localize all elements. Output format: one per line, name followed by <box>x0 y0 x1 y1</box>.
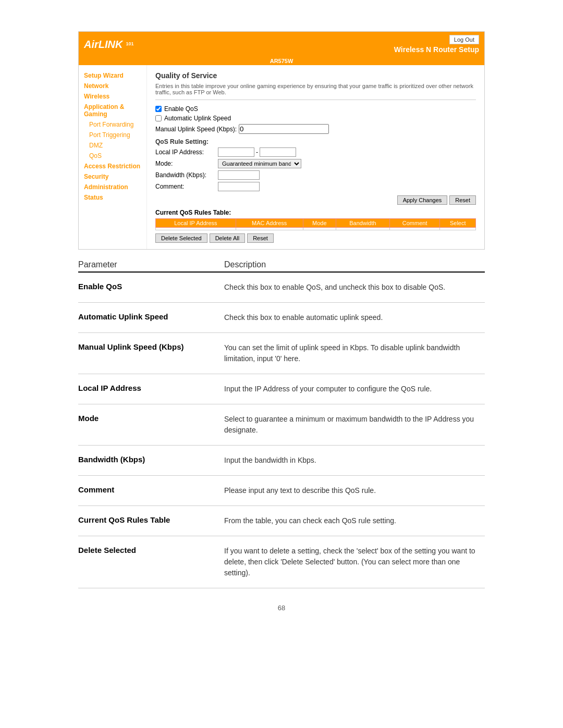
page-number: 68 <box>0 604 563 612</box>
param-name-local-ip: Local IP Address <box>78 384 224 392</box>
param-desc-auto-uplink: Check this box to enable automatic uplin… <box>224 312 485 323</box>
sidebar-item-qos[interactable]: QoS <box>79 151 146 161</box>
param-desc-enable-qos: Check this box to enable QoS, and unchec… <box>224 282 485 293</box>
param-col-header-description: Description <box>224 260 485 269</box>
main-content: Quality of Service Entries in this table… <box>146 65 484 249</box>
table-header-select: Select <box>440 219 476 228</box>
param-desc-delete-selected: If you want to delete a setting, check t… <box>224 546 485 578</box>
sidebar-item-access-restriction[interactable]: Access Restriction <box>79 161 146 171</box>
logo-101: 101 <box>126 41 134 46</box>
local-ip-input[interactable] <box>218 147 254 157</box>
comment-input[interactable] <box>218 182 260 191</box>
router-body: Setup Wizard Network Wireless Applicatio… <box>79 65 484 249</box>
param-col-header-parameter: Parameter <box>78 260 224 269</box>
sidebar-item-dmz[interactable]: DMZ <box>79 140 146 151</box>
param-section: Parameter Description Enable QoS Check t… <box>78 260 485 588</box>
delete-all-button[interactable]: Delete All <box>210 233 245 243</box>
table-header-bandwidth: Bandwidth <box>336 219 390 228</box>
param-row-comment: Comment Please input any text to describ… <box>78 476 485 506</box>
param-desc-comment: Please input any text to describe this Q… <box>224 485 485 496</box>
param-name-mode: Mode <box>78 414 224 423</box>
param-row-mode: Mode Select to guarantee a minimum or ma… <box>78 404 485 446</box>
enable-qos-checkbox[interactable] <box>155 106 162 112</box>
auto-uplink-row: Automatic Uplink Speed <box>155 115 476 122</box>
table-header-comment: Comment <box>389 219 440 228</box>
logo-area: AirLINK 101 <box>84 38 134 51</box>
qos-rule-form: Local IP Address: - Mode: Guaranteed min… <box>155 147 476 191</box>
manual-uplink-input[interactable] <box>239 124 329 134</box>
param-name-enable-qos: Enable QoS <box>78 282 224 291</box>
table-reset-button[interactable]: Reset <box>247 233 274 243</box>
manual-uplink-label: Manual Uplink Speed (Kbps): <box>155 126 237 133</box>
sidebar-item-network[interactable]: Network <box>79 81 146 91</box>
qos-rules-table: Local IP Address MAC Address Mode Bandwi… <box>155 218 476 230</box>
auto-uplink-checkbox[interactable] <box>155 115 162 121</box>
param-row-enable-qos: Enable QoS Check this box to enable QoS,… <box>78 273 485 303</box>
param-desc-manual-uplink: You can set the limit of uplink speed in… <box>224 342 485 364</box>
mode-label: Mode: <box>155 160 218 167</box>
router-header: AirLINK 101 Log Out Wireless N Router Se… <box>79 32 484 57</box>
mode-select[interactable]: Guaranteed minimum bandwidth <box>218 159 301 168</box>
enable-qos-row: Enable QoS <box>155 105 476 113</box>
bandwidth-input[interactable] <box>218 170 260 180</box>
header-title: Wireless N Router Setup <box>394 45 479 54</box>
param-desc-bandwidth: Input the bandwidth in Kbps. <box>224 455 485 466</box>
qos-rule-setting-label: QoS Rule Setting: <box>155 138 476 145</box>
header-right: Log Out Wireless N Router Setup <box>394 35 479 54</box>
page-title: Quality of Service <box>155 71 476 80</box>
sidebar: Setup Wizard Network Wireless Applicatio… <box>79 65 146 249</box>
local-ip-row: Local IP Address: - <box>155 147 476 157</box>
param-desc-mode: Select to guarantee a minimum or maximum… <box>224 414 485 436</box>
auto-uplink-label: Automatic Uplink Speed <box>164 115 231 122</box>
table-btn-row: Delete Selected Delete All Reset <box>155 233 476 243</box>
apply-changes-button[interactable]: Apply Changes <box>397 195 448 205</box>
table-header-mode: Mode <box>303 219 336 228</box>
param-row-auto-uplink: Automatic Uplink Speed Check this box to… <box>78 303 485 333</box>
manual-uplink-row: Manual Uplink Speed (Kbps): <box>155 124 476 134</box>
param-row-delete-selected: Delete Selected If you want to delete a … <box>78 536 485 588</box>
table-row-empty <box>156 228 476 230</box>
table-header-mac: MAC Address <box>236 219 303 228</box>
sidebar-item-app-gaming[interactable]: Application & Gaming <box>79 102 146 119</box>
sidebar-item-administration[interactable]: Administration <box>79 182 146 192</box>
param-row-bandwidth: Bandwidth (Kbps) Input the bandwidth in … <box>78 446 485 476</box>
param-name-manual-uplink: Manual Uplink Speed (Kbps) <box>78 342 224 351</box>
comment-row: Comment: <box>155 182 476 191</box>
param-desc-local-ip: Input the IP Address of your computer to… <box>224 384 485 394</box>
sidebar-item-port-forwarding[interactable]: Port Forwarding <box>79 119 146 130</box>
router-ui: AirLINK 101 Log Out Wireless N Router Se… <box>78 31 485 250</box>
param-header-row: Parameter Description <box>78 260 485 273</box>
param-desc-current-table: From the table, you can check each QoS r… <box>224 515 485 526</box>
sidebar-item-wireless[interactable]: Wireless <box>79 91 146 102</box>
delete-selected-button[interactable]: Delete Selected <box>155 233 207 243</box>
sidebar-item-security[interactable]: Security <box>79 171 146 182</box>
sidebar-item-status[interactable]: Status <box>79 192 146 203</box>
local-ip-input2[interactable] <box>260 147 296 157</box>
page-description: Entries in this table improve your onlin… <box>155 83 476 100</box>
apply-reset-row: Apply Changes Reset <box>155 195 476 205</box>
param-row-local-ip: Local IP Address Input the IP Address of… <box>78 374 485 404</box>
param-name-comment: Comment <box>78 485 224 494</box>
bandwidth-label: Bandwidth (Kbps): <box>155 171 218 179</box>
table-header-local-ip: Local IP Address <box>156 219 236 228</box>
param-name-delete-selected: Delete Selected <box>78 546 224 554</box>
logo: AirLINK 101 <box>84 38 134 51</box>
sidebar-item-port-triggering[interactable]: Port Triggering <box>79 130 146 140</box>
logout-button[interactable]: Log Out <box>449 35 479 44</box>
bandwidth-row: Bandwidth (Kbps): <box>155 170 476 180</box>
param-name-current-table: Current QoS Rules Table <box>78 515 224 524</box>
mode-row: Mode: Guaranteed minimum bandwidth <box>155 159 476 168</box>
reset-button[interactable]: Reset <box>449 195 476 205</box>
current-table-label: Current QoS Rules Table: <box>155 209 476 216</box>
param-row-manual-uplink: Manual Uplink Speed (Kbps) You can set t… <box>78 333 485 374</box>
param-name-bandwidth: Bandwidth (Kbps) <box>78 455 224 464</box>
sidebar-item-setup-wizard[interactable]: Setup Wizard <box>79 70 146 81</box>
param-row-current-table: Current QoS Rules Table From the table, … <box>78 506 485 536</box>
comment-label: Comment: <box>155 183 218 190</box>
model-bar: AR575W <box>79 57 484 65</box>
param-name-auto-uplink: Automatic Uplink Speed <box>78 312 224 321</box>
enable-qos-label: Enable QoS <box>164 105 198 113</box>
local-ip-label: Local IP Address: <box>155 149 218 156</box>
